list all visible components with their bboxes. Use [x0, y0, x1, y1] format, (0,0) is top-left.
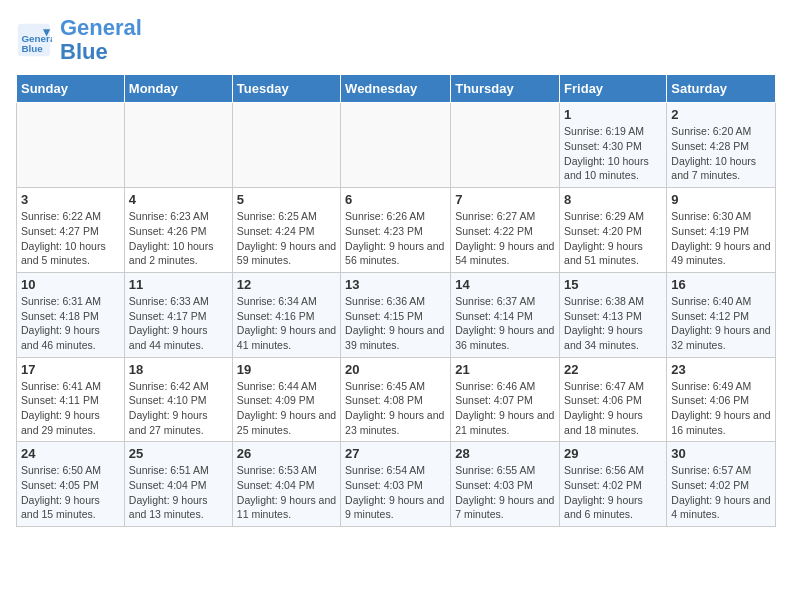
calendar-cell: 20Sunrise: 6:45 AM Sunset: 4:08 PM Dayli… — [341, 357, 451, 442]
day-number: 24 — [21, 446, 120, 461]
day-info: Sunrise: 6:31 AM Sunset: 4:18 PM Dayligh… — [21, 294, 120, 353]
day-number: 4 — [129, 192, 228, 207]
day-number: 5 — [237, 192, 336, 207]
calendar-cell: 3Sunrise: 6:22 AM Sunset: 4:27 PM Daylig… — [17, 188, 125, 273]
calendar-cell: 29Sunrise: 6:56 AM Sunset: 4:02 PM Dayli… — [560, 442, 667, 527]
calendar-week-row: 3Sunrise: 6:22 AM Sunset: 4:27 PM Daylig… — [17, 188, 776, 273]
day-info: Sunrise: 6:46 AM Sunset: 4:07 PM Dayligh… — [455, 379, 555, 438]
weekday-header: Thursday — [451, 75, 560, 103]
day-number: 25 — [129, 446, 228, 461]
day-number: 9 — [671, 192, 771, 207]
calendar-week-row: 10Sunrise: 6:31 AM Sunset: 4:18 PM Dayli… — [17, 272, 776, 357]
calendar-cell: 14Sunrise: 6:37 AM Sunset: 4:14 PM Dayli… — [451, 272, 560, 357]
day-number: 13 — [345, 277, 446, 292]
calendar-cell: 5Sunrise: 6:25 AM Sunset: 4:24 PM Daylig… — [232, 188, 340, 273]
day-info: Sunrise: 6:25 AM Sunset: 4:24 PM Dayligh… — [237, 209, 336, 268]
day-number: 18 — [129, 362, 228, 377]
weekday-header: Friday — [560, 75, 667, 103]
calendar-cell: 9Sunrise: 6:30 AM Sunset: 4:19 PM Daylig… — [667, 188, 776, 273]
weekday-header-row: SundayMondayTuesdayWednesdayThursdayFrid… — [17, 75, 776, 103]
weekday-header: Monday — [124, 75, 232, 103]
svg-text:Blue: Blue — [21, 43, 43, 54]
calendar-cell: 11Sunrise: 6:33 AM Sunset: 4:17 PM Dayli… — [124, 272, 232, 357]
calendar-cell: 24Sunrise: 6:50 AM Sunset: 4:05 PM Dayli… — [17, 442, 125, 527]
calendar-cell — [124, 103, 232, 188]
calendar-table: SundayMondayTuesdayWednesdayThursdayFrid… — [16, 74, 776, 527]
calendar-cell — [232, 103, 340, 188]
calendar-cell: 1Sunrise: 6:19 AM Sunset: 4:30 PM Daylig… — [560, 103, 667, 188]
day-number: 26 — [237, 446, 336, 461]
calendar-cell: 25Sunrise: 6:51 AM Sunset: 4:04 PM Dayli… — [124, 442, 232, 527]
day-number: 19 — [237, 362, 336, 377]
weekday-header: Saturday — [667, 75, 776, 103]
day-info: Sunrise: 6:42 AM Sunset: 4:10 PM Dayligh… — [129, 379, 228, 438]
calendar-cell: 4Sunrise: 6:23 AM Sunset: 4:26 PM Daylig… — [124, 188, 232, 273]
day-number: 16 — [671, 277, 771, 292]
logo-text: General Blue — [60, 16, 142, 64]
calendar-cell: 7Sunrise: 6:27 AM Sunset: 4:22 PM Daylig… — [451, 188, 560, 273]
day-number: 7 — [455, 192, 555, 207]
calendar-cell: 17Sunrise: 6:41 AM Sunset: 4:11 PM Dayli… — [17, 357, 125, 442]
day-info: Sunrise: 6:34 AM Sunset: 4:16 PM Dayligh… — [237, 294, 336, 353]
day-number: 12 — [237, 277, 336, 292]
day-number: 3 — [21, 192, 120, 207]
day-info: Sunrise: 6:49 AM Sunset: 4:06 PM Dayligh… — [671, 379, 771, 438]
day-info: Sunrise: 6:51 AM Sunset: 4:04 PM Dayligh… — [129, 463, 228, 522]
day-number: 1 — [564, 107, 662, 122]
day-number: 11 — [129, 277, 228, 292]
day-number: 22 — [564, 362, 662, 377]
day-info: Sunrise: 6:33 AM Sunset: 4:17 PM Dayligh… — [129, 294, 228, 353]
calendar-cell — [341, 103, 451, 188]
calendar-cell: 16Sunrise: 6:40 AM Sunset: 4:12 PM Dayli… — [667, 272, 776, 357]
calendar-cell: 26Sunrise: 6:53 AM Sunset: 4:04 PM Dayli… — [232, 442, 340, 527]
calendar-cell: 18Sunrise: 6:42 AM Sunset: 4:10 PM Dayli… — [124, 357, 232, 442]
calendar-cell: 23Sunrise: 6:49 AM Sunset: 4:06 PM Dayli… — [667, 357, 776, 442]
day-info: Sunrise: 6:37 AM Sunset: 4:14 PM Dayligh… — [455, 294, 555, 353]
day-number: 20 — [345, 362, 446, 377]
day-number: 21 — [455, 362, 555, 377]
day-info: Sunrise: 6:36 AM Sunset: 4:15 PM Dayligh… — [345, 294, 446, 353]
day-info: Sunrise: 6:56 AM Sunset: 4:02 PM Dayligh… — [564, 463, 662, 522]
day-info: Sunrise: 6:22 AM Sunset: 4:27 PM Dayligh… — [21, 209, 120, 268]
calendar-week-row: 1Sunrise: 6:19 AM Sunset: 4:30 PM Daylig… — [17, 103, 776, 188]
day-info: Sunrise: 6:38 AM Sunset: 4:13 PM Dayligh… — [564, 294, 662, 353]
day-info: Sunrise: 6:50 AM Sunset: 4:05 PM Dayligh… — [21, 463, 120, 522]
day-number: 14 — [455, 277, 555, 292]
calendar-week-row: 17Sunrise: 6:41 AM Sunset: 4:11 PM Dayli… — [17, 357, 776, 442]
day-number: 27 — [345, 446, 446, 461]
day-info: Sunrise: 6:47 AM Sunset: 4:06 PM Dayligh… — [564, 379, 662, 438]
day-info: Sunrise: 6:44 AM Sunset: 4:09 PM Dayligh… — [237, 379, 336, 438]
day-info: Sunrise: 6:54 AM Sunset: 4:03 PM Dayligh… — [345, 463, 446, 522]
calendar-cell: 19Sunrise: 6:44 AM Sunset: 4:09 PM Dayli… — [232, 357, 340, 442]
calendar-cell: 10Sunrise: 6:31 AM Sunset: 4:18 PM Dayli… — [17, 272, 125, 357]
day-number: 30 — [671, 446, 771, 461]
calendar-cell: 22Sunrise: 6:47 AM Sunset: 4:06 PM Dayli… — [560, 357, 667, 442]
day-info: Sunrise: 6:57 AM Sunset: 4:02 PM Dayligh… — [671, 463, 771, 522]
calendar-cell: 13Sunrise: 6:36 AM Sunset: 4:15 PM Dayli… — [341, 272, 451, 357]
day-number: 8 — [564, 192, 662, 207]
calendar-cell: 28Sunrise: 6:55 AM Sunset: 4:03 PM Dayli… — [451, 442, 560, 527]
logo-icon: General Blue — [16, 22, 52, 58]
day-info: Sunrise: 6:53 AM Sunset: 4:04 PM Dayligh… — [237, 463, 336, 522]
calendar-cell: 8Sunrise: 6:29 AM Sunset: 4:20 PM Daylig… — [560, 188, 667, 273]
day-number: 2 — [671, 107, 771, 122]
day-info: Sunrise: 6:19 AM Sunset: 4:30 PM Dayligh… — [564, 124, 662, 183]
weekday-header: Wednesday — [341, 75, 451, 103]
day-number: 17 — [21, 362, 120, 377]
calendar-cell: 21Sunrise: 6:46 AM Sunset: 4:07 PM Dayli… — [451, 357, 560, 442]
day-info: Sunrise: 6:40 AM Sunset: 4:12 PM Dayligh… — [671, 294, 771, 353]
day-number: 29 — [564, 446, 662, 461]
page-header: General Blue General Blue — [16, 16, 776, 64]
day-number: 15 — [564, 277, 662, 292]
day-info: Sunrise: 6:29 AM Sunset: 4:20 PM Dayligh… — [564, 209, 662, 268]
calendar-cell: 2Sunrise: 6:20 AM Sunset: 4:28 PM Daylig… — [667, 103, 776, 188]
weekday-header: Sunday — [17, 75, 125, 103]
day-info: Sunrise: 6:55 AM Sunset: 4:03 PM Dayligh… — [455, 463, 555, 522]
day-info: Sunrise: 6:30 AM Sunset: 4:19 PM Dayligh… — [671, 209, 771, 268]
calendar-week-row: 24Sunrise: 6:50 AM Sunset: 4:05 PM Dayli… — [17, 442, 776, 527]
weekday-header: Tuesday — [232, 75, 340, 103]
calendar-cell: 30Sunrise: 6:57 AM Sunset: 4:02 PM Dayli… — [667, 442, 776, 527]
day-info: Sunrise: 6:27 AM Sunset: 4:22 PM Dayligh… — [455, 209, 555, 268]
day-info: Sunrise: 6:23 AM Sunset: 4:26 PM Dayligh… — [129, 209, 228, 268]
day-info: Sunrise: 6:41 AM Sunset: 4:11 PM Dayligh… — [21, 379, 120, 438]
